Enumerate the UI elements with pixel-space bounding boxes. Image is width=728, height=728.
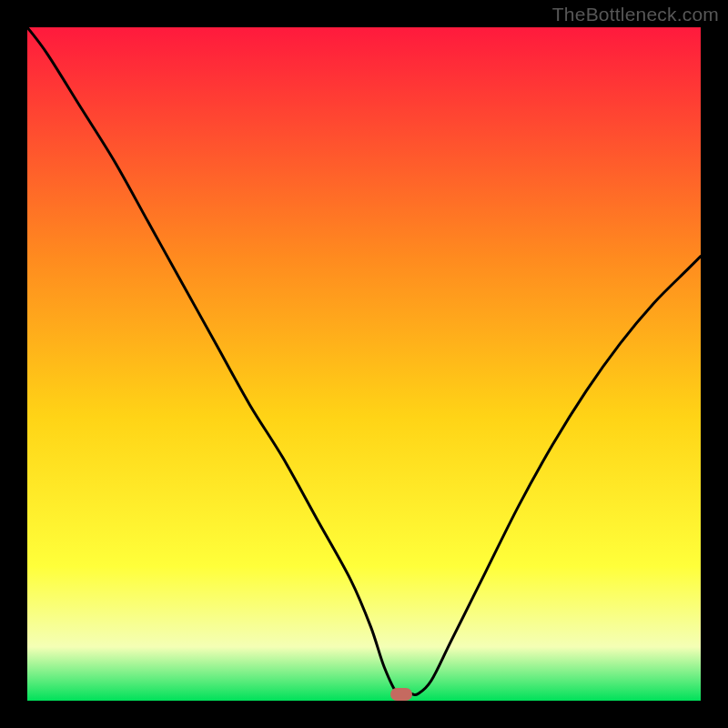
chart-stage: TheBottleneck.com <box>0 0 728 728</box>
gradient-background <box>27 27 701 701</box>
watermark-text: TheBottleneck.com <box>552 4 719 25</box>
optimum-marker <box>390 688 412 701</box>
chart-svg <box>27 27 701 701</box>
chart-plot-area <box>27 27 701 701</box>
